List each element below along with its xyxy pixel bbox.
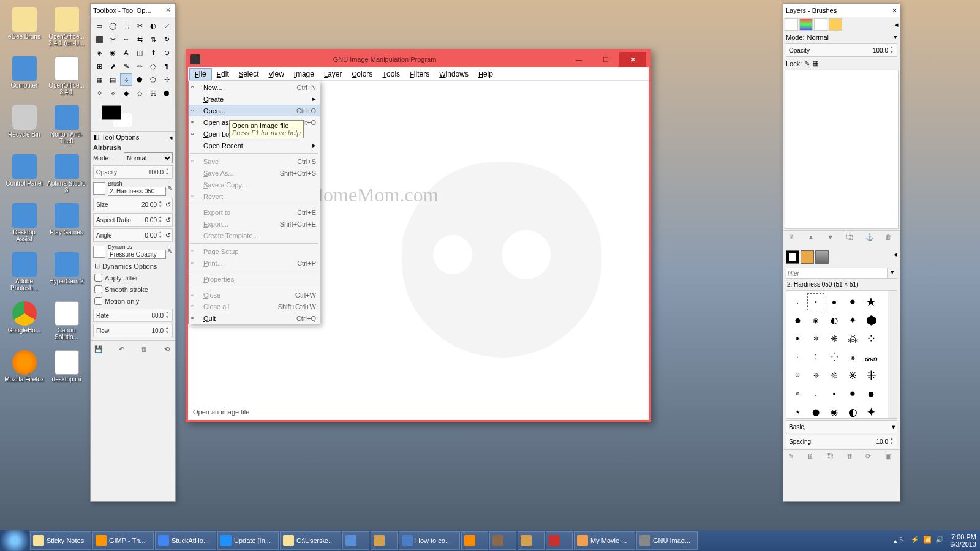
menu-item-open-[interactable]: ▫Open...Ctrl+O: [189, 105, 320, 116]
tool-27[interactable]: ⬟: [134, 73, 146, 86]
color-swatches[interactable]: [91, 102, 175, 131]
brush-item[interactable]: ❉: [807, 367, 824, 384]
layers-titlebar[interactable]: Layers - Brushes ✕: [783, 4, 900, 17]
taskbar-button[interactable]: [489, 531, 516, 550]
menu-select[interactable]: Select: [234, 69, 264, 80]
tool-9[interactable]: ⇆: [134, 33, 146, 45]
aspect-slider[interactable]: Aspect Ratio0.00▴▾↺: [93, 213, 173, 227]
menu-tools[interactable]: Tools: [377, 69, 405, 80]
tool-22[interactable]: ◌: [147, 60, 159, 72]
brush-item[interactable]: ❋: [826, 330, 843, 347]
tool-30[interactable]: ✧: [93, 87, 105, 99]
angle-slider[interactable]: Angle0.00▴▾↺: [93, 228, 173, 242]
desktop-icon[interactable]: Computer: [4, 56, 44, 99]
desktop-icon[interactable]: Play Games: [47, 203, 86, 246]
tool-24[interactable]: ▦: [93, 73, 105, 86]
menu-help[interactable]: Help: [473, 69, 498, 80]
duplicate-icon[interactable]: ⿻: [846, 233, 856, 243]
clock[interactable]: 7:00 PM 6/3/2013: [950, 533, 976, 548]
desktop-icon[interactable]: OpenOffice... 3.4.1: [47, 56, 86, 99]
delete-icon[interactable]: 🗑: [885, 233, 895, 243]
tool-7[interactable]: ✂: [107, 33, 119, 45]
edit-icon[interactable]: ✎: [167, 247, 173, 255]
brush-filter-input[interactable]: [786, 268, 888, 279]
desktop-icon[interactable]: Canon Solutio...: [47, 301, 86, 344]
chevron-left-icon[interactable]: ◂: [894, 250, 897, 264]
tool-21[interactable]: ✏: [134, 60, 146, 72]
menu-filters[interactable]: Filters: [405, 69, 434, 80]
desktop-icon[interactable]: GoogleHo...: [4, 301, 44, 344]
dynamics-preview[interactable]: [93, 246, 105, 258]
taskbar-button[interactable]: How to co...: [399, 531, 460, 550]
brush-item[interactable]: ꘎: [844, 348, 861, 365]
show-hidden-icon[interactable]: ▴: [894, 537, 897, 545]
brush-item[interactable]: ⊛: [789, 385, 806, 402]
brush-item[interactable]: ●: [826, 293, 843, 310]
brush-item[interactable]: ⁙: [789, 348, 806, 365]
menu-item-new-[interactable]: ▫New...Ctrl+N: [189, 81, 320, 93]
tool-1[interactable]: ◯: [107, 20, 119, 32]
brush-item[interactable]: ★: [862, 293, 880, 310]
close-icon[interactable]: ✕: [892, 7, 897, 15]
edit-icon[interactable]: ✎: [167, 184, 173, 192]
tool-6[interactable]: ⬛: [93, 33, 105, 45]
tool-13[interactable]: ◉: [107, 47, 119, 59]
mode-select[interactable]: Normal: [124, 152, 173, 163]
brush-preview[interactable]: [93, 182, 105, 195]
tool-3[interactable]: ✂: [134, 20, 146, 32]
brush-item[interactable]: ✲: [807, 330, 824, 347]
brush-item[interactable]: ❊: [826, 367, 843, 384]
restore-icon[interactable]: ↶: [116, 343, 127, 354]
brush-item[interactable]: ✦: [844, 312, 861, 329]
taskbar-button[interactable]: C:\Users\e...: [280, 531, 341, 550]
taskbar-button[interactable]: StuckAtHo...: [155, 531, 216, 550]
brush-item[interactable]: ✦: [862, 403, 880, 419]
tool-35[interactable]: ⬢: [160, 87, 173, 99]
tray-icon[interactable]: ⚐: [899, 536, 908, 545]
tool-2[interactable]: ⬚: [120, 20, 132, 32]
brush-item[interactable]: ⁚: [807, 348, 824, 365]
minimize-button[interactable]: —: [565, 52, 592, 67]
taskbar-button[interactable]: GNU Imag...: [636, 531, 698, 550]
tool-4[interactable]: ◐: [147, 20, 159, 32]
tool-15[interactable]: ◫: [134, 47, 146, 59]
smooth-checkbox[interactable]: [94, 285, 102, 293]
menu-edit[interactable]: Edit: [212, 69, 234, 80]
brush-item[interactable]: ●: [862, 385, 880, 402]
close-button[interactable]: ✕: [619, 52, 646, 67]
close-icon[interactable]: ✕: [163, 6, 173, 14]
tool-20[interactable]: ✎: [120, 60, 132, 72]
lower-icon[interactable]: ▼: [827, 233, 837, 243]
tool-23[interactable]: ¶: [160, 60, 173, 72]
taskbar-button[interactable]: [371, 531, 398, 550]
new-brush-icon[interactable]: 🗎: [807, 452, 817, 462]
brush-swatch-3[interactable]: [815, 250, 829, 264]
brush-item[interactable]: ⁘: [862, 330, 880, 347]
reset-icon[interactable]: ⟲: [162, 343, 173, 354]
tool-8[interactable]: ↔: [120, 33, 132, 45]
tool-19[interactable]: ⬈: [107, 60, 119, 72]
taskbar-button[interactable]: [342, 531, 369, 550]
tool-16[interactable]: ⬆: [147, 47, 159, 59]
brush-item[interactable]: ⁂: [844, 330, 861, 347]
taskbar-button[interactable]: [518, 531, 545, 550]
taskbar-button[interactable]: GIMP - Th...: [92, 531, 154, 550]
desktop-icon[interactable]: desktop.ini: [47, 350, 86, 393]
raise-icon[interactable]: ▲: [807, 233, 817, 243]
rate-slider[interactable]: Rate80.0▴▾: [93, 309, 173, 322]
tool-25[interactable]: ▤: [107, 73, 119, 86]
brush-swatch-1[interactable]: [786, 250, 799, 264]
tool-18[interactable]: ⊞: [93, 60, 105, 72]
brush-item[interactable]: ۞: [789, 367, 806, 384]
brush-item[interactable]: ꘏: [862, 348, 880, 365]
brush-value[interactable]: 2. Hardness 050: [108, 187, 166, 196]
menu-colors[interactable]: Colors: [347, 69, 377, 80]
brush-item[interactable]: ●: [844, 385, 861, 402]
tool-10[interactable]: ⇅: [147, 33, 159, 45]
menu-image[interactable]: Image: [289, 69, 319, 80]
desktop-icon[interactable]: Aptana Studio 3: [47, 154, 86, 197]
tray-icon[interactable]: ⚡: [911, 536, 921, 545]
tool-28[interactable]: ⬠: [147, 73, 159, 86]
desktop-icon[interactable]: HyperCam 2: [47, 252, 86, 295]
spacing-slider[interactable]: Spacing10.0▴▾: [786, 435, 897, 448]
